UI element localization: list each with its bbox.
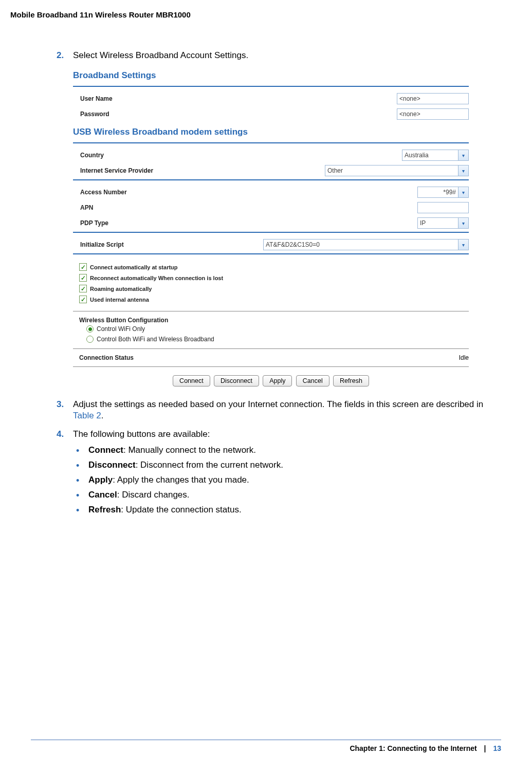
checkbox-internal-antenna[interactable]: ✓ Used internal antenna bbox=[73, 294, 469, 305]
isp-select[interactable]: ▾ bbox=[325, 165, 469, 176]
init-script-value[interactable] bbox=[263, 239, 458, 250]
bullet-desc: : Manually connect to the network. bbox=[123, 445, 256, 455]
chevron-down-icon[interactable]: ▾ bbox=[458, 165, 469, 176]
access-number-select[interactable]: ▾ bbox=[417, 187, 469, 198]
pdp-type-value[interactable] bbox=[417, 217, 458, 229]
step-text: Select Wireless Broadband Account Settin… bbox=[73, 50, 248, 60]
radio-icon bbox=[86, 336, 94, 343]
button-descriptions-list: • Connect: Manually connect to the netwo… bbox=[73, 443, 501, 518]
access-number-label: Access Number bbox=[80, 189, 127, 196]
radio-label: Control Both WiFi and Wireless Broadband bbox=[97, 336, 214, 343]
bullet-icon: • bbox=[76, 461, 79, 470]
checkbox-label: Used internal antenna bbox=[90, 297, 149, 303]
bullet-term: Refresh bbox=[88, 505, 121, 514]
cancel-button[interactable]: Cancel bbox=[296, 375, 329, 386]
bullet-icon: • bbox=[76, 506, 79, 515]
apn-label: APN bbox=[80, 204, 93, 211]
page-number: 13 bbox=[493, 744, 501, 752]
check-icon: ✓ bbox=[79, 263, 87, 271]
step-4: 4. The following buttons are available: … bbox=[57, 429, 501, 518]
list-item: • Cancel: Discard changes. bbox=[73, 488, 501, 503]
password-label: Password bbox=[80, 111, 109, 118]
country-select[interactable]: ▾ bbox=[402, 150, 469, 161]
apn-row: APN bbox=[73, 200, 469, 215]
radio-wifi-only[interactable]: Control WiFi Only bbox=[79, 324, 469, 334]
connect-button[interactable]: Connect bbox=[173, 375, 210, 386]
user-name-label: User Name bbox=[80, 95, 113, 102]
init-script-select[interactable]: ▾ bbox=[263, 239, 469, 250]
access-number-value[interactable] bbox=[417, 187, 458, 198]
button-bar: Connect Disconnect Apply Cancel Refresh bbox=[73, 370, 469, 389]
table-2-link[interactable]: Table 2 bbox=[73, 411, 101, 420]
list-item: • Disconnect: Disconnect from the curren… bbox=[73, 458, 501, 473]
radio-icon bbox=[86, 325, 94, 333]
bullet-icon: • bbox=[76, 476, 79, 485]
country-label: Country bbox=[80, 152, 104, 159]
document-header: Mobile Broadband 11n Wireless Router MBR… bbox=[10, 10, 501, 24]
country-value[interactable] bbox=[402, 150, 458, 161]
apn-input[interactable] bbox=[417, 202, 469, 213]
user-name-input[interactable] bbox=[397, 93, 469, 104]
step-number: 4. bbox=[57, 429, 64, 440]
step-number: 3. bbox=[57, 399, 64, 410]
refresh-button[interactable]: Refresh bbox=[333, 375, 369, 386]
list-item: • Refresh: Update the connection status. bbox=[73, 503, 501, 518]
bullet-term: Disconnect bbox=[88, 460, 136, 470]
page-content: 2. Select Wireless Broadband Account Set… bbox=[10, 24, 501, 518]
isp-label: Internet Service Provider bbox=[80, 167, 153, 174]
step-3: 3. Adjust the settings as needed based o… bbox=[57, 399, 501, 421]
bullet-term: Apply bbox=[88, 475, 113, 485]
step-2: 2. Select Wireless Broadband Account Set… bbox=[57, 50, 501, 61]
connection-status-row: Connection Status Idle bbox=[73, 352, 469, 363]
access-number-row: Access Number ▾ bbox=[73, 185, 469, 200]
bullet-desc: : Apply the changes that you made. bbox=[113, 475, 249, 485]
check-icon: ✓ bbox=[79, 296, 87, 303]
chevron-down-icon[interactable]: ▾ bbox=[458, 187, 469, 198]
broadband-settings-title: Broadband Settings bbox=[73, 68, 469, 85]
step-number: 2. bbox=[57, 50, 64, 61]
chevron-down-icon[interactable]: ▾ bbox=[458, 150, 469, 161]
user-name-row: User Name bbox=[73, 91, 469, 106]
password-row: Password bbox=[73, 106, 469, 122]
bullet-icon: • bbox=[76, 491, 79, 500]
bullet-term: Cancel bbox=[88, 490, 117, 500]
init-script-label: Initialize Script bbox=[80, 241, 124, 248]
pdp-type-label: PDP Type bbox=[80, 219, 108, 227]
bullet-desc: : Update the connection status. bbox=[121, 505, 241, 514]
settings-screenshot: Broadband Settings User Name Password US… bbox=[73, 68, 469, 389]
disconnect-button[interactable]: Disconnect bbox=[214, 375, 259, 386]
radio-both[interactable]: Control Both WiFi and Wireless Broadband bbox=[79, 334, 469, 344]
step-text: The following buttons are available: bbox=[73, 429, 210, 439]
chevron-down-icon[interactable]: ▾ bbox=[458, 239, 469, 250]
chapter-title: Chapter 1: Connecting to the Internet bbox=[350, 744, 476, 752]
step-text-b: . bbox=[101, 411, 104, 420]
bullet-term: Connect bbox=[88, 445, 123, 455]
check-icon: ✓ bbox=[79, 274, 87, 282]
isp-row: Internet Service Provider ▾ bbox=[73, 163, 469, 178]
list-item: • Apply: Apply the changes that you made… bbox=[73, 473, 501, 488]
wireless-button-config-title: Wireless Button Configuration bbox=[79, 317, 469, 324]
checkbox-roaming[interactable]: ✓ Roaming automatically bbox=[73, 283, 469, 294]
bullet-icon: • bbox=[76, 446, 79, 455]
list-item: • Connect: Manually connect to the netwo… bbox=[73, 443, 501, 458]
page-footer: Chapter 1: Connecting to the Internet | … bbox=[31, 740, 501, 752]
checkbox-label: Connect automatically at startup bbox=[90, 264, 178, 270]
chevron-down-icon[interactable]: ▾ bbox=[458, 217, 469, 229]
checkbox-connect-startup[interactable]: ✓ Connect automatically at startup bbox=[73, 262, 469, 272]
country-row: Country ▾ bbox=[73, 148, 469, 163]
radio-label: Control WiFi Only bbox=[97, 325, 145, 333]
pdp-type-row: PDP Type ▾ bbox=[73, 215, 469, 231]
password-input[interactable] bbox=[397, 108, 469, 120]
pdp-type-select[interactable]: ▾ bbox=[417, 217, 469, 229]
checkbox-label: Reconnect automatically When connection … bbox=[90, 275, 223, 281]
bullet-desc: : Discard changes. bbox=[117, 490, 190, 500]
bullet-desc: : Disconnect from the current network. bbox=[136, 460, 283, 470]
checkbox-label: Roaming automatically bbox=[90, 286, 152, 292]
checkbox-reconnect[interactable]: ✓ Reconnect automatically When connectio… bbox=[73, 272, 469, 283]
check-icon: ✓ bbox=[79, 285, 87, 292]
isp-value[interactable] bbox=[325, 165, 458, 176]
connection-status-value: Idle bbox=[459, 354, 469, 361]
step-text-a: Adjust the settings as needed based on y… bbox=[73, 399, 483, 409]
apply-button[interactable]: Apply bbox=[263, 375, 292, 386]
init-script-row: Initialize Script ▾ bbox=[73, 237, 469, 252]
